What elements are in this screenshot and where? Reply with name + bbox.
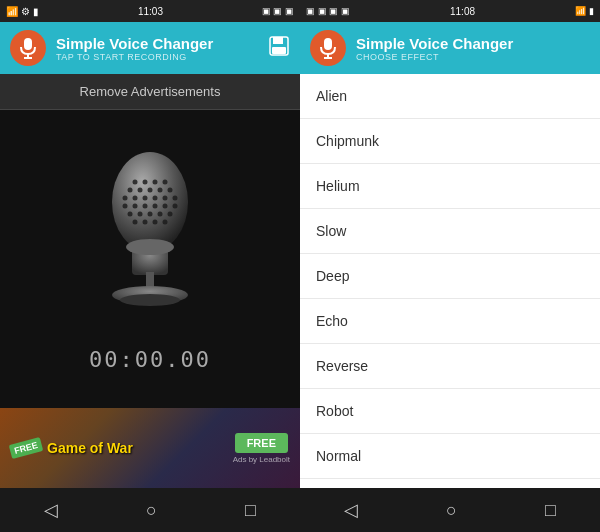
svg-point-12 [138,187,143,192]
app-subtitle-left: TAP TO START RECORDING [56,52,213,62]
home-button-left[interactable]: ○ [146,500,157,521]
right-panel: ▣ ▣ ▣ ▣ 11:08 📶 ▮ Simple Voice Changer C… [300,0,600,532]
mic-header-icon-left [10,30,46,66]
status-bar-left: 📶 ⚙ ▮ 11:03 ▣ ▣ ▣ [0,0,300,22]
back-button-left[interactable]: ◁ [44,499,58,521]
svg-point-22 [123,203,128,208]
status-icons-left: 📶 ⚙ ▮ [6,6,39,17]
svg-rect-0 [24,38,32,50]
app-subtitle-right: CHOOSE EFFECT [356,52,513,62]
time-left: 11:03 [138,6,163,17]
svg-rect-42 [324,38,332,50]
free-badge: FREE [9,437,44,459]
timer-display: 00:00.00 [89,347,211,372]
remove-ads-banner[interactable]: Remove Advertisements [0,74,300,110]
svg-point-41 [120,294,180,306]
header-right: Simple Voice Changer CHOOSE EFFECT [300,22,600,74]
svg-point-34 [143,219,148,224]
recent-button-right[interactable]: □ [545,500,556,521]
time-right: 11:08 [450,6,475,17]
battery-icon: ▮ [33,6,39,17]
svg-point-9 [153,179,158,184]
svg-point-25 [153,203,158,208]
svg-point-21 [173,195,178,200]
svg-point-7 [133,179,138,184]
sys-icons-right: 📶 ▮ [575,6,594,16]
game-war-title: Game of War [47,440,133,456]
header-left-info: Simple Voice Changer TAP TO START RECORD… [10,30,213,66]
svg-point-23 [133,203,138,208]
status-bar-right: ▣ ▣ ▣ ▣ 11:08 📶 ▮ [300,0,600,22]
effect-item-echo[interactable]: Echo [300,299,600,344]
header-left: Simple Voice Changer TAP TO START RECORD… [0,22,300,74]
svg-point-20 [163,195,168,200]
effect-item-reverse[interactable]: Reverse [300,344,600,389]
svg-point-35 [153,219,158,224]
home-button-right[interactable]: ○ [446,500,457,521]
app-title-left: Simple Voice Changer [56,35,213,52]
svg-point-28 [128,211,133,216]
svg-point-38 [126,239,174,255]
effect-item-robot[interactable]: Robot [300,389,600,434]
nav-bar-left: ◁ ○ □ [0,488,300,532]
microphone-container[interactable]: 00:00.00 [85,147,215,372]
svg-point-33 [133,219,138,224]
svg-point-36 [163,219,168,224]
app-title-right: Simple Voice Changer [356,35,513,52]
microphone-visual [85,147,215,327]
mic-header-icon-right [310,30,346,66]
nav-bar-right: ◁ ○ □ [300,488,600,532]
svg-point-14 [158,187,163,192]
svg-rect-5 [272,47,286,54]
effect-item-deep[interactable]: Deep [300,254,600,299]
svg-point-31 [158,211,163,216]
svg-point-6 [112,152,188,252]
svg-point-11 [128,187,133,192]
header-text-right: Simple Voice Changer CHOOSE EFFECT [356,35,513,62]
bottom-ad: FREE Game of War FREE Ads by Leadbolt [0,408,300,488]
svg-point-24 [143,203,148,208]
header-text-left: Simple Voice Changer TAP TO START RECORD… [56,35,213,62]
recent-button-left[interactable]: □ [245,500,256,521]
wifi-icon: 📶 [6,6,18,17]
svg-point-8 [143,179,148,184]
gear-icon: ⚙ [21,6,30,17]
effect-item-helium[interactable]: Helium [300,164,600,209]
svg-point-16 [123,195,128,200]
main-content-left: 00:00.00 [0,110,300,408]
svg-point-18 [143,195,148,200]
right-status-icons-right: ▣ ▣ ▣ ▣ [306,6,350,16]
effect-item-chipmunk[interactable]: Chipmunk [300,119,600,164]
effect-item-alien[interactable]: Alien [300,74,600,119]
svg-point-30 [148,211,153,216]
svg-point-32 [168,211,173,216]
back-button-right[interactable]: ◁ [344,499,358,521]
effect-item-slow[interactable]: Slow [300,209,600,254]
effect-item-normal[interactable]: Normal [300,434,600,479]
svg-point-26 [163,203,168,208]
svg-point-27 [173,203,178,208]
free-download-button[interactable]: FREE [235,433,288,453]
right-status-icons: ▣ ▣ ▣ [262,6,294,16]
ad-left-section: FREE Game of War [10,440,133,456]
save-button[interactable] [268,35,290,62]
svg-point-29 [138,211,143,216]
svg-point-17 [133,195,138,200]
svg-rect-4 [273,37,283,44]
svg-point-10 [163,179,168,184]
svg-point-13 [148,187,153,192]
ad-right-section: FREE Ads by Leadbolt [233,433,290,464]
bottom-ad-content: FREE Game of War FREE Ads by Leadbolt [0,408,300,488]
leadbolt-label: Ads by Leadbolt [233,455,290,464]
effects-list: AlienChipmunkHeliumSlowDeepEchoReverseRo… [300,74,600,488]
svg-point-15 [168,187,173,192]
svg-point-19 [153,195,158,200]
effect-item-evil[interactable]: Evil [300,479,600,488]
left-panel: 📶 ⚙ ▮ 11:03 ▣ ▣ ▣ Simple Voice Changer T… [0,0,300,532]
